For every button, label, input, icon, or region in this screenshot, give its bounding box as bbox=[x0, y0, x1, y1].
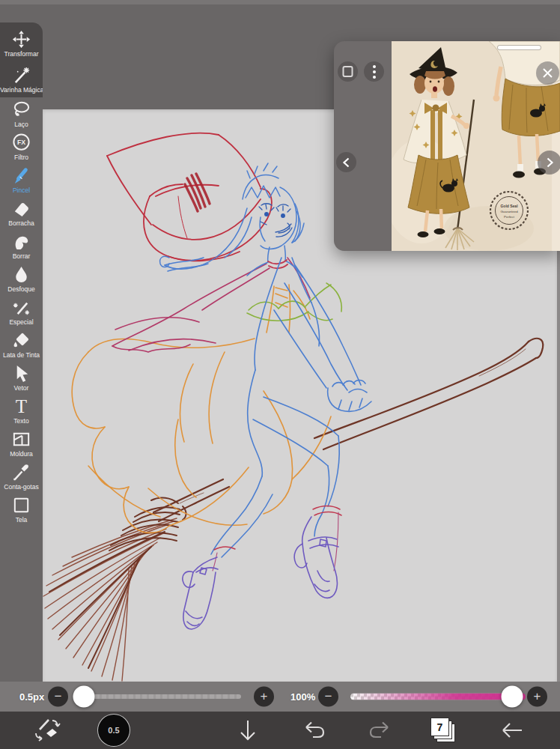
opacity-increase-button[interactable]: + bbox=[527, 687, 547, 707]
sidebar-item-moldura[interactable]: Moldura bbox=[0, 427, 43, 460]
svg-text:Gold Seal: Gold Seal bbox=[500, 204, 518, 208]
sidebar-item-transformar[interactable]: Transformar bbox=[0, 25, 43, 61]
reference-image[interactable]: Gold Seal Guaranteed Perfect bbox=[392, 41, 560, 251]
undo-icon[interactable] bbox=[302, 719, 327, 742]
close-icon bbox=[542, 67, 553, 79]
sidebar-item-filtro[interactable]: FX Filtro bbox=[0, 130, 43, 163]
swap-brush-eraser-icon[interactable] bbox=[32, 718, 61, 743]
reference-panel[interactable]: Gold Seal Guaranteed Perfect bbox=[334, 41, 560, 251]
brush-size-slider[interactable] bbox=[75, 694, 241, 699]
canvas-icon bbox=[11, 495, 31, 515]
paint-bucket-icon bbox=[11, 330, 31, 351]
brush-size-decrease-button[interactable]: − bbox=[48, 687, 68, 707]
sidebar-item-tela[interactable]: Tela bbox=[0, 493, 43, 526]
arrow-left-icon[interactable] bbox=[499, 720, 525, 741]
close-panel-button[interactable] bbox=[536, 61, 559, 85]
special-pen-icon bbox=[11, 297, 31, 318]
sidebar-item-desfoque[interactable]: Desfoque bbox=[0, 262, 43, 295]
chevron-right-icon bbox=[544, 157, 555, 168]
sidebar-item-label: Transformar bbox=[0, 51, 43, 58]
svg-text:Guaranteed: Guaranteed bbox=[500, 210, 518, 213]
eraser-icon bbox=[11, 198, 31, 219]
layer-count-badge: 7 bbox=[430, 718, 449, 736]
brush-icon bbox=[11, 166, 31, 186]
brush-settings-bar: 0.5px − + 100% − + bbox=[0, 682, 560, 712]
drag-handle[interactable] bbox=[497, 45, 541, 50]
text-icon: T bbox=[11, 396, 31, 416]
brush-size-increase-button[interactable]: + bbox=[254, 687, 274, 707]
opacity-label: 100% bbox=[290, 691, 315, 703]
brush-size-knob[interactable] bbox=[73, 686, 95, 708]
chevron-left-icon bbox=[341, 157, 352, 168]
more-vertical-icon bbox=[372, 64, 377, 79]
opacity-knob[interactable] bbox=[502, 686, 523, 708]
vintage-pattern-illustration: Gold Seal Guaranteed Perfect bbox=[392, 41, 560, 251]
sidebar-item-borrar[interactable]: Borrar bbox=[0, 229, 43, 262]
move-icon bbox=[11, 29, 31, 49]
selection-tools-card: Transformar Varinha Mágica bbox=[0, 22, 43, 97]
lasso-icon bbox=[11, 100, 31, 120]
window-mode-button[interactable] bbox=[338, 61, 358, 82]
sidebar-item-conta-gotas[interactable]: Conta-gotas bbox=[0, 460, 43, 493]
redo-icon[interactable] bbox=[367, 719, 392, 742]
next-image-button[interactable] bbox=[538, 151, 560, 175]
sidebar-item-lata-de-tinta[interactable]: Lata de Tinta bbox=[0, 328, 43, 361]
sidebar-item-varinha-magica[interactable]: Varinha Mágica bbox=[0, 61, 43, 97]
sidebar-item-pincel[interactable]: Pincel bbox=[0, 163, 43, 196]
tools-list: Laço FX Filtro Pincel Borracha bbox=[0, 97, 43, 526]
sidebar-item-borracha[interactable]: Borracha bbox=[0, 196, 43, 229]
sidebar-item-especial[interactable]: Especial bbox=[0, 295, 43, 328]
bottom-action-bar: 0.5 7 bbox=[0, 712, 560, 749]
blur-drop-icon bbox=[11, 264, 31, 285]
layers-button[interactable]: 7 bbox=[430, 718, 456, 743]
sidebar-item-texto[interactable]: T Texto bbox=[0, 394, 43, 427]
tool-sidebar: Transformar Varinha Mágica Laço FX bbox=[0, 0, 43, 682]
frame-icon bbox=[11, 429, 31, 449]
brush-size-label: 0.5px bbox=[19, 691, 44, 703]
opacity-slider[interactable] bbox=[350, 694, 526, 700]
sidebar-item-label: Varinha Mágica bbox=[0, 87, 43, 94]
svg-text:FX: FX bbox=[17, 139, 25, 146]
status-strip bbox=[0, 0, 560, 4]
arrow-down-icon[interactable] bbox=[237, 718, 259, 742]
magic-wand-icon bbox=[11, 65, 31, 85]
window-icon bbox=[341, 65, 354, 78]
sidebar-item-laco[interactable]: Laço bbox=[0, 97, 43, 130]
sidebar-item-vetor[interactable]: Vetor bbox=[0, 361, 43, 394]
brush-size-preview[interactable]: 0.5 bbox=[97, 714, 130, 747]
eyedropper-icon bbox=[11, 462, 31, 482]
svg-text:T: T bbox=[16, 396, 27, 416]
more-menu-button[interactable] bbox=[364, 61, 384, 82]
vector-cursor-icon bbox=[11, 363, 31, 383]
opacity-decrease-button[interactable]: − bbox=[318, 687, 338, 707]
svg-text:Perfect: Perfect bbox=[504, 215, 515, 219]
fx-icon: FX bbox=[11, 133, 31, 153]
prev-image-button[interactable] bbox=[336, 152, 356, 172]
smudge-icon bbox=[11, 231, 31, 252]
